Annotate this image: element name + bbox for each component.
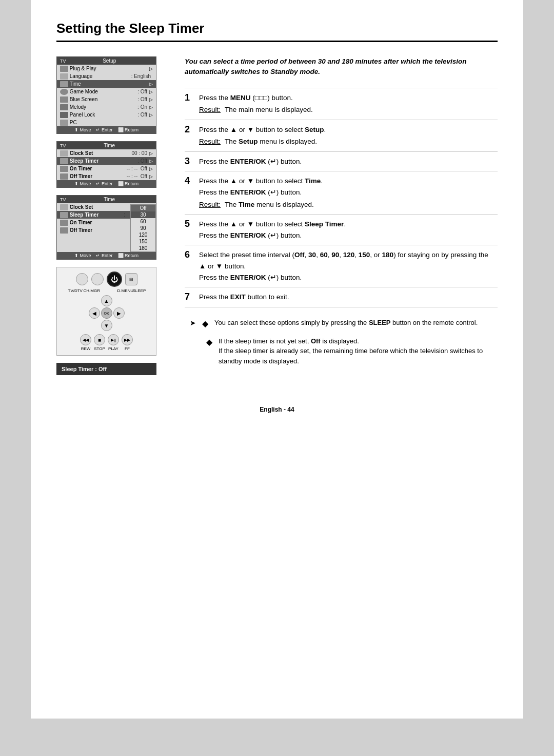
left-column: TV Setup Plug & Play ▷ Language : Englis… [56,56,169,375]
panel2-title: Time [66,143,153,148]
p3-clock-icon [60,204,68,210]
step-2-result-label: Result: [199,136,221,147]
step-1-num: 1 [185,88,199,120]
nav-down[interactable]: ▼ [101,320,112,331]
stop-label: STOP [94,346,105,351]
step-3-num: 3 [185,151,199,171]
p3-sleep-timer: Sleep Timer : [57,211,130,219]
step-4-num: 4 [185,171,199,215]
step-6-num: 6 [185,245,199,287]
sleep-dropdown: Off 30 60 90 120 150 180 [130,204,156,252]
p3-clock-set: Clock Set [57,203,130,211]
dd-60: 60 [131,218,155,225]
page-footer: English - 44 [56,406,498,413]
time-row-clock-set: Clock Set 00 : 00 ▷ [57,149,156,157]
game-mode-icon [60,89,68,95]
panel1-footer: ⬆ Move ↵ Enter ⬜ Return [57,126,156,133]
nav-circle: ▲ ▼ ◀ ▶ OK [89,295,125,331]
menu-row-game-mode: Game Mode : Off ▷ [57,88,156,95]
tv-dtv-label: TV/DTV [68,288,81,293]
time-icon [60,81,68,87]
note-1-text: You can select these options simply by p… [214,318,478,328]
step-1-result-text: The main menu is displayed. [225,104,313,115]
note-2-text: If the sleep timer is not yet set, Off i… [219,336,498,366]
language-icon [60,73,68,80]
right-column: You can select a time period of between … [185,56,498,375]
note-2: ◆ If the sleep timer is not yet set, Off… [190,336,498,366]
step-1-content: Press the MENU (□□□) button. Result: The… [199,88,498,120]
step-2-result-text: The Setup menu is displayed. [225,136,317,147]
panel1-title: Setup [66,58,153,64]
step-1-result-label: Result: [199,104,221,115]
dd-150: 150 [131,238,155,245]
step-4-result-text: The Time menu is displayed. [225,199,314,210]
step-4-row: 4 Press the ▲ or ▼ button to select Time… [185,171,498,215]
step-6-content: Select the preset time interval (Off, 30… [199,245,498,287]
p3-off-timer: Off Timer [57,226,130,234]
stop-button[interactable]: ■ [94,334,105,345]
notes-section: ➤ ◆ You can select these options simply … [185,318,498,366]
ff-label: FF [122,346,133,351]
sleep-timer-display: Sleep Timer : Off [56,363,156,375]
time-row-sleep-timer: Sleep Timer : Off ▷ [57,157,156,165]
dd-30: 30 [131,211,155,218]
power-button[interactable]: ⏻ [107,272,122,287]
menu-icon-button[interactable]: ▤ [125,273,137,285]
step-2-row: 2 Press the ▲ or ▼ button to select Setu… [185,120,498,151]
step-7-num: 7 [185,287,199,307]
panel1-header: TV Setup [57,57,156,65]
step-2-num: 2 [185,120,199,151]
panel2-body: Clock Set 00 : 00 ▷ Sleep Timer : Off ▷ … [57,149,156,180]
step-5-num: 5 [185,215,199,245]
sleep-timer-label: Sleep Timer [62,366,93,372]
step-3-content: Press the ENTER/OK (↵) button. [199,151,498,171]
power-label [99,288,114,293]
ch-mgr-label: CH.MGR [84,288,96,293]
rew-label: REW [80,346,91,351]
melody-icon [60,104,68,110]
panel1-tv-label: TV [60,59,66,64]
panel2-tv-label: TV [60,143,66,148]
menu-row-panel-lock: Panel Lock : Off ▷ [57,111,156,119]
step-7-content: Press the EXIT button to exit. [199,287,498,307]
panel2-footer: ⬆ Move ↵ Enter ⬜ Return [57,180,156,187]
dd-180: 180 [131,245,155,251]
menu-row-melody: Melody : On ▷ [57,103,156,111]
nav-left[interactable]: ◀ [89,307,100,319]
tv-dtv-button[interactable] [76,273,88,285]
pc-icon [60,120,68,126]
play-button[interactable]: ▶|| [108,334,119,345]
rew-button[interactable]: ◀◀ [80,334,91,345]
sleep-timer-icon [60,158,68,164]
p3-sleep-icon [60,212,68,218]
nav-right[interactable]: ▶ [113,307,125,319]
panel3-header: TV Time [57,196,156,203]
off-timer-icon [60,173,68,180]
note-bullet-icon: ◆ [202,318,208,330]
step-5-content: Press the ▲ or ▼ button to select Sleep … [199,215,498,245]
step-3-row: 3 Press the ENTER/OK (↵) button. [185,151,498,171]
sleep-timer-value: : Off [95,366,107,372]
step-5-row: 5 Press the ▲ or ▼ button to select Slee… [185,215,498,245]
ch-mgr-button[interactable] [91,273,104,285]
time-row-off-timer: Off Timer -- : -- Off ▷ [57,172,156,180]
enter-ok-button[interactable]: OK [101,307,112,319]
ff-button[interactable]: ▶▶ [122,334,133,345]
step-2-content: Press the ▲ or ▼ button to select Setup.… [199,120,498,151]
clock-set-icon [60,150,68,157]
time-dropdown-panel: TV Time Clock Set Sleep Timer : [56,195,156,260]
step-4-content: Press the ▲ or ▼ button to select Time. … [199,171,498,215]
note-arrow-icon: ➤ [190,318,196,328]
p3-on-timer: On Timer [57,219,130,226]
menu-row-language: Language : English [57,72,156,80]
panel3-footer: ⬆ Move ↵ Enter ⬜ Return [57,252,156,259]
page-title: Setting the Sleep Timer [56,21,498,42]
panel3-title: Time [66,197,153,202]
remote-control-area: ⏻ ▤ TV/DTV CH.MGR D.MENU SLEEP ▲ ▼ ◀ ▶ O… [56,267,156,356]
on-timer-icon [60,166,68,172]
dmenu-label: D.MENU [117,288,130,293]
steps-table: 1 Press the MENU (□□□) button. Result: T… [185,88,498,307]
dd-90: 90 [131,225,155,231]
nav-up[interactable]: ▲ [101,295,112,306]
dd-header: Off [131,205,155,211]
